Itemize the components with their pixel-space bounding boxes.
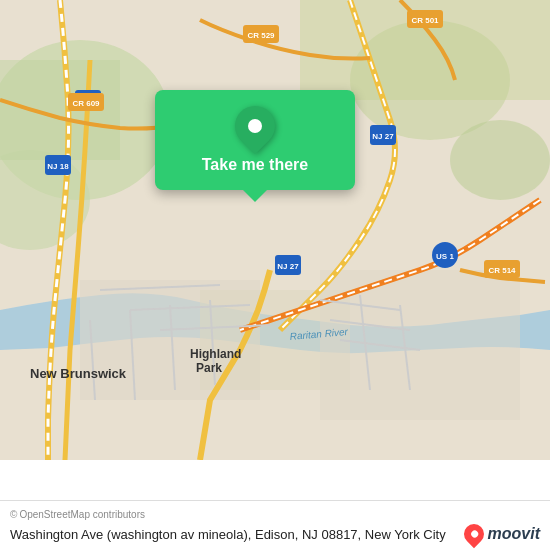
svg-text:Park: Park <box>196 361 222 375</box>
attribution-row: © OpenStreetMap contributors <box>10 509 540 520</box>
moovit-pin-icon <box>459 520 487 548</box>
copyright-icon: © <box>10 509 17 520</box>
svg-text:CR 514: CR 514 <box>488 266 516 275</box>
bottom-info-bar: © OpenStreetMap contributors Washington … <box>0 500 550 550</box>
popup-label: Take me there <box>202 156 308 174</box>
location-pin-icon <box>227 98 284 155</box>
svg-text:NJ 27: NJ 27 <box>372 132 394 141</box>
svg-text:NJ 18: NJ 18 <box>47 162 69 171</box>
svg-text:NJ 27: NJ 27 <box>277 262 299 271</box>
address-row: Washington Ave (washington av mineola), … <box>10 524 540 544</box>
address-text: Washington Ave (washington av mineola), … <box>10 527 464 542</box>
svg-text:CR 529: CR 529 <box>247 31 275 40</box>
svg-text:New Brunswick: New Brunswick <box>30 366 127 381</box>
svg-text:CR 609: CR 609 <box>72 99 100 108</box>
map-view[interactable]: NJ 18 NJ 18 NJ 27 NJ 27 US 1 CR 501 CR 5… <box>0 0 550 460</box>
navigation-popup[interactable]: Take me there <box>155 90 355 190</box>
attribution-text: OpenStreetMap contributors <box>19 509 145 520</box>
svg-text:Highland: Highland <box>190 347 241 361</box>
moovit-logo: moovit <box>464 524 540 544</box>
moovit-brand: moovit <box>488 525 540 543</box>
svg-point-5 <box>450 120 550 200</box>
svg-text:US 1: US 1 <box>436 252 454 261</box>
svg-text:CR 501: CR 501 <box>411 16 439 25</box>
